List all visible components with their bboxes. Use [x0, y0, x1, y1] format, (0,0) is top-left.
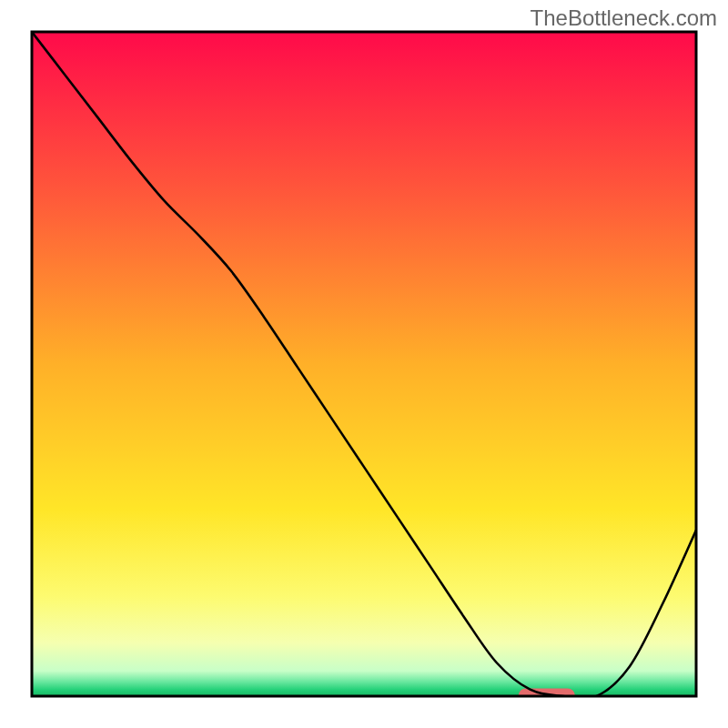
- bottleneck-chart: [0, 0, 728, 728]
- chart-container: TheBottleneck.com: [0, 0, 728, 728]
- gradient-background: [32, 32, 696, 696]
- watermark-label: TheBottleneck.com: [531, 5, 717, 31]
